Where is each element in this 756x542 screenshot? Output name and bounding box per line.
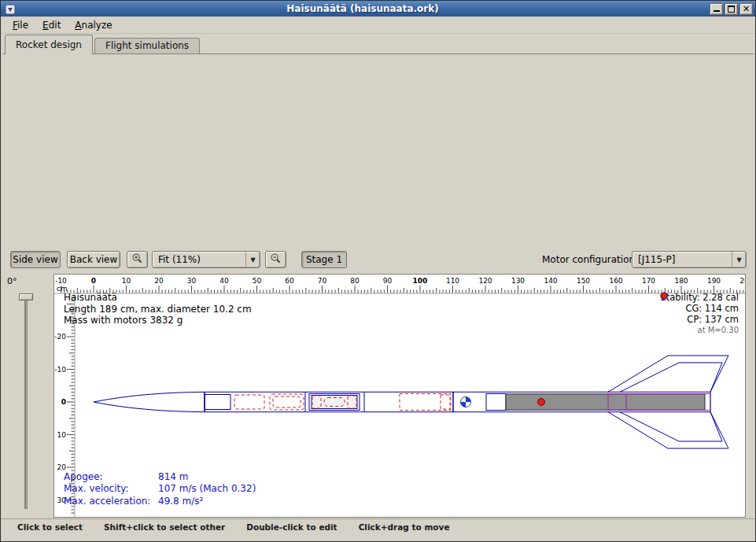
stability-info: Stability: 2.28 cal CG: 114 cm CP: 137 c… <box>660 292 739 336</box>
bulkhead-shape[interactable] <box>441 395 450 409</box>
cp-marker <box>538 399 545 406</box>
maximize-icon <box>728 6 735 13</box>
svg-text:170: 170 <box>642 277 655 285</box>
rocket-name: Haisunäätä <box>64 292 252 304</box>
nose-shoulder-shape[interactable] <box>205 395 230 410</box>
svg-text:10: 10 <box>122 277 131 285</box>
motor-configuration-value: [J115-P] <box>638 254 675 265</box>
svg-text:-10: -10 <box>55 277 67 285</box>
hint-shift-click-to-select-other: Shift+click to select other <box>104 522 225 532</box>
rocket-dimensions: Length 189 cm, max. diameter 10.2 cm <box>64 304 252 315</box>
zoom-in-button[interactable] <box>127 251 148 268</box>
svg-text:190: 190 <box>707 277 721 285</box>
motor-shape[interactable] <box>506 394 705 410</box>
motor-configuration-label: Motor configuration: <box>542 254 638 265</box>
titlebar[interactable]: Haisunäätä (haisunaata.ork) ✕ <box>1 1 755 17</box>
window-title: Haisunäätä (haisunaata.ork) <box>16 3 710 14</box>
svg-text:110: 110 <box>446 277 459 285</box>
hint-double-click-to-edit: Double-click to edit <box>246 522 337 532</box>
svg-text:120: 120 <box>478 277 492 285</box>
svg-text:20: 20 <box>154 277 164 285</box>
minimize-icon <box>714 6 720 12</box>
menu-analyze[interactable]: Analyze <box>68 18 119 32</box>
svg-text:-20: -20 <box>54 333 66 341</box>
rocket-figure-canvas[interactable]: -100102030405060708090100110120130140150… <box>54 275 745 517</box>
svg-text:150: 150 <box>577 277 590 285</box>
svg-text:70: 70 <box>318 277 327 285</box>
cp-marker-icon <box>660 292 668 300</box>
svg-text:140: 140 <box>544 277 557 285</box>
svg-text:40: 40 <box>219 277 229 285</box>
max-velocity-label: Max. velocity: <box>64 483 158 496</box>
chevron-down-icon[interactable]: ▼ <box>245 252 260 267</box>
rotation-angle-label: 0° <box>7 276 17 286</box>
rocket-design-page <box>2 53 754 242</box>
stage-1-toggle[interactable]: Stage 1 <box>301 251 347 268</box>
fin-upper-shape[interactable] <box>608 356 728 392</box>
menu-file[interactable]: File <box>6 18 35 32</box>
flight-summary: Apogee:814 m Max. velocity:107 m/s (Mach… <box>64 471 256 508</box>
zoom-out-icon <box>270 253 282 264</box>
shock-cord-shape[interactable] <box>234 395 264 409</box>
chevron-down-icon[interactable]: ▼ <box>732 252 746 267</box>
tube-coupler-shape[interactable] <box>400 394 451 411</box>
maximize-button[interactable] <box>725 3 738 15</box>
svg-text:0: 0 <box>91 277 96 285</box>
svg-text:100: 100 <box>413 277 428 285</box>
svg-text:130: 130 <box>511 277 525 285</box>
back-view-button[interactable]: Back view <box>67 251 120 268</box>
rotation-slider-handle[interactable] <box>19 293 33 300</box>
hint-click-drag-to-move: Click+drag to move <box>359 522 450 532</box>
svg-text:90: 90 <box>383 277 393 285</box>
zoom-select[interactable]: Fit (11%) ▼ <box>152 251 260 268</box>
max-velocity-value: 107 m/s (Mach 0.32) <box>158 483 256 494</box>
cp-value: CP: 137 cm <box>687 314 739 325</box>
max-acceleration-label: Max. acceleration: <box>64 496 158 508</box>
zoom-in-icon <box>131 253 143 264</box>
hint-bar: Click to selectShift+click to select oth… <box>1 518 755 535</box>
apogee-value: 814 m <box>158 471 188 482</box>
max-acceleration-value: 49.8 m/s² <box>158 496 203 507</box>
menubar: FileEditAnalyze <box>1 17 755 34</box>
window-controls: ✕ <box>710 3 753 15</box>
apogee-label: Apogee: <box>64 471 158 484</box>
svg-text:10: 10 <box>57 431 67 439</box>
svg-text:60: 60 <box>285 277 294 285</box>
rocket-info: Haisunäätä Length 189 cm, max. diameter … <box>64 292 252 326</box>
svg-text:30: 30 <box>187 277 197 285</box>
cg-marker <box>461 397 471 407</box>
svg-text:180: 180 <box>674 277 688 285</box>
svg-text:200: 200 <box>739 277 745 285</box>
svg-text:80: 80 <box>350 277 360 285</box>
rocket-mass: Mass with motors 3832 g <box>64 315 252 326</box>
motor-configuration-select[interactable]: [J115-P] ▼ <box>632 251 747 268</box>
tab-flight-simulations[interactable]: Flight simulations <box>94 38 200 53</box>
tabbar: Rocket designFlight simulations <box>1 34 755 53</box>
rotation-slider[interactable] <box>24 295 28 509</box>
svg-text:20: 20 <box>57 463 67 471</box>
openrocket-window: Haisunäätä (haisunaata.ork) ✕ FileEditAn… <box>0 0 756 542</box>
svg-text:0: 0 <box>61 398 66 406</box>
tab-rocket-design[interactable]: Rocket design <box>5 35 93 54</box>
window-icon <box>5 3 16 14</box>
rotation-column: 0° <box>1 275 54 517</box>
zoom-out-button[interactable] <box>265 251 286 268</box>
svg-text:-10: -10 <box>54 366 66 374</box>
cg-value: CG: 114 cm <box>685 303 739 314</box>
side-view-button[interactable]: Side view <box>10 251 61 268</box>
minimize-button[interactable] <box>710 3 723 15</box>
stability-value: Stability: 2.28 cal <box>660 292 739 303</box>
svg-text:160: 160 <box>609 277 622 285</box>
menu-edit[interactable]: Edit <box>35 18 68 32</box>
fin-lower-shape[interactable] <box>608 412 728 448</box>
nose-cone-shape[interactable] <box>94 392 205 411</box>
rocket-outline[interactable] <box>94 356 728 448</box>
svg-text:50: 50 <box>253 277 262 285</box>
zoom-select-value: Fit (11%) <box>158 254 201 265</box>
mach-note: at M=0.30 <box>698 325 739 336</box>
hint-click-to-select: Click to select <box>17 522 83 532</box>
close-icon: ✕ <box>743 5 750 13</box>
close-button[interactable]: ✕ <box>739 3 753 15</box>
